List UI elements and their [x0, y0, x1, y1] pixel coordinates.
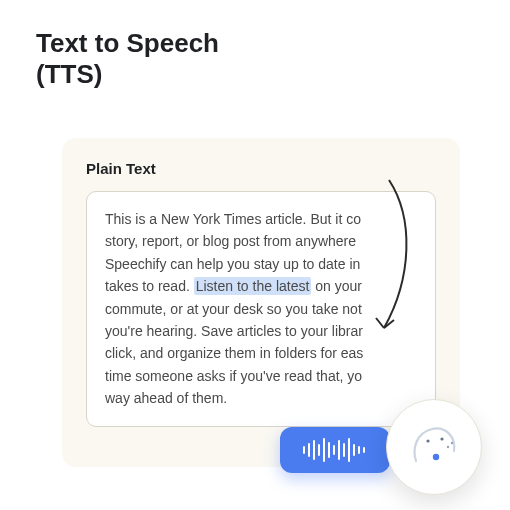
svg-point-14: [440, 437, 443, 440]
svg-point-16: [447, 445, 449, 447]
tts-card: Plain Text This is a New York Times arti…: [62, 138, 460, 467]
svg-point-17: [451, 441, 453, 443]
article-text-panel[interactable]: This is a New York Times article. But it…: [86, 191, 436, 427]
page-title-line1: Text to Speech: [36, 28, 219, 58]
article-highlight: Listen to the latest: [194, 277, 312, 295]
svg-point-15: [433, 453, 439, 459]
card-label: Plain Text: [86, 160, 436, 177]
article-body-after: on your commute, or at your desk so you …: [105, 278, 363, 406]
play-audio-button[interactable]: [280, 427, 390, 473]
page-title: Text to Speech (TTS): [0, 0, 510, 90]
svg-point-13: [426, 439, 429, 442]
page-title-line2: (TTS): [36, 59, 102, 89]
face-speaking-icon: [406, 419, 462, 475]
voice-avatar[interactable]: [386, 399, 482, 495]
waveform-icon: [300, 437, 370, 463]
